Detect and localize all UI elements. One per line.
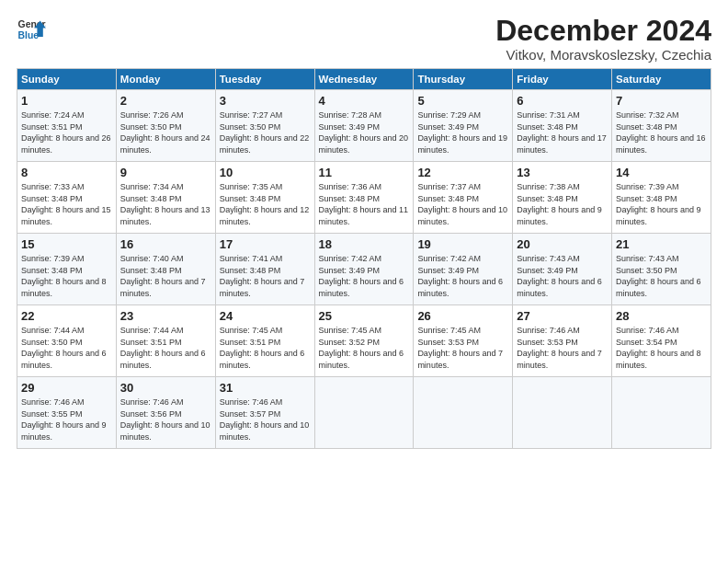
calendar-cell [513,377,612,449]
calendar-cell: 25Sunrise: 7:45 AMSunset: 3:52 PMDayligh… [314,305,414,377]
cell-info: Sunrise: 7:32 AMSunset: 3:48 PMDaylight:… [616,109,707,155]
day-number: 25 [319,309,410,323]
calendar-cell: 17Sunrise: 7:41 AMSunset: 3:48 PMDayligh… [215,234,314,305]
calendar-cell: 14Sunrise: 7:39 AMSunset: 3:48 PMDayligh… [612,162,711,234]
cell-info: Sunrise: 7:35 AMSunset: 3:48 PMDaylight:… [220,181,311,227]
day-number: 30 [120,381,211,395]
day-number: 19 [417,237,508,251]
calendar-cell: 11Sunrise: 7:36 AMSunset: 3:48 PMDayligh… [314,162,414,234]
calendar-cell [314,377,414,449]
cell-info: Sunrise: 7:36 AMSunset: 3:48 PMDaylight:… [319,181,410,227]
day-number: 31 [220,381,311,395]
day-number: 13 [517,166,608,179]
cell-info: Sunrise: 7:39 AMSunset: 3:48 PMDaylight:… [21,253,112,299]
calendar-cell: 9Sunrise: 7:34 AMSunset: 3:48 PMDaylight… [116,162,215,234]
calendar-cell: 5Sunrise: 7:29 AMSunset: 3:49 PMDaylight… [414,90,513,162]
calendar-cell: 21Sunrise: 7:43 AMSunset: 3:50 PMDayligh… [612,234,711,305]
calendar-cell: 4Sunrise: 7:28 AMSunset: 3:49 PMDaylight… [314,90,414,162]
calendar-table: SundayMondayTuesdayWednesdayThursdayFrid… [17,68,711,449]
calendar-cell: 18Sunrise: 7:42 AMSunset: 3:49 PMDayligh… [314,234,414,305]
day-number: 8 [21,166,112,179]
header: General Blue December 2024 Vitkov, Morav… [17,15,711,63]
week-row-5: 29Sunrise: 7:46 AMSunset: 3:55 PMDayligh… [17,377,711,449]
day-number: 16 [120,237,211,251]
calendar-cell: 29Sunrise: 7:46 AMSunset: 3:55 PMDayligh… [17,377,117,449]
calendar-cell: 24Sunrise: 7:45 AMSunset: 3:51 PMDayligh… [215,305,314,377]
day-number: 10 [220,166,311,179]
cell-info: Sunrise: 7:46 AMSunset: 3:57 PMDaylight:… [220,396,311,442]
calendar-cell: 10Sunrise: 7:35 AMSunset: 3:48 PMDayligh… [215,162,314,234]
cell-info: Sunrise: 7:41 AMSunset: 3:48 PMDaylight:… [220,253,311,299]
day-number: 18 [319,237,410,251]
day-number: 7 [616,94,707,108]
page: General Blue December 2024 Vitkov, Morav… [0,0,728,458]
cell-info: Sunrise: 7:45 AMSunset: 3:51 PMDaylight:… [220,325,311,371]
cell-info: Sunrise: 7:34 AMSunset: 3:48 PMDaylight:… [120,181,211,227]
calendar-cell [414,377,513,449]
calendar-header-row: SundayMondayTuesdayWednesdayThursdayFrid… [17,69,711,90]
cell-info: Sunrise: 7:24 AMSunset: 3:51 PMDaylight:… [21,109,112,155]
day-number: 29 [21,381,112,395]
calendar-cell: 6Sunrise: 7:31 AMSunset: 3:48 PMDaylight… [513,90,612,162]
calendar-cell: 12Sunrise: 7:37 AMSunset: 3:48 PMDayligh… [414,162,513,234]
cell-info: Sunrise: 7:28 AMSunset: 3:49 PMDaylight:… [319,109,410,155]
cell-info: Sunrise: 7:46 AMSunset: 3:56 PMDaylight:… [120,396,211,442]
cell-info: Sunrise: 7:43 AMSunset: 3:49 PMDaylight:… [517,253,608,299]
day-number: 4 [319,94,410,108]
day-number: 20 [517,237,608,251]
cell-info: Sunrise: 7:46 AMSunset: 3:55 PMDaylight:… [21,396,112,442]
day-number: 27 [517,309,608,323]
header-day-wednesday: Wednesday [314,69,414,90]
cell-info: Sunrise: 7:45 AMSunset: 3:53 PMDaylight:… [417,325,508,371]
calendar-cell [612,377,711,449]
calendar-cell: 26Sunrise: 7:45 AMSunset: 3:53 PMDayligh… [414,305,513,377]
main-title: December 2024 [495,15,711,47]
calendar-cell: 3Sunrise: 7:27 AMSunset: 3:50 PMDaylight… [215,90,314,162]
day-number: 11 [319,166,410,179]
week-row-2: 8Sunrise: 7:33 AMSunset: 3:48 PMDaylight… [17,162,711,234]
calendar-cell: 27Sunrise: 7:46 AMSunset: 3:53 PMDayligh… [513,305,612,377]
day-number: 17 [220,237,311,251]
day-number: 1 [21,94,112,108]
header-day-friday: Friday [513,69,612,90]
cell-info: Sunrise: 7:42 AMSunset: 3:49 PMDaylight:… [319,253,410,299]
calendar-cell: 22Sunrise: 7:44 AMSunset: 3:50 PMDayligh… [17,305,117,377]
day-number: 9 [120,166,211,179]
logo: General Blue [17,15,46,44]
calendar-cell: 30Sunrise: 7:46 AMSunset: 3:56 PMDayligh… [116,377,215,449]
day-number: 22 [21,309,112,323]
cell-info: Sunrise: 7:44 AMSunset: 3:50 PMDaylight:… [21,325,112,371]
calendar-cell: 31Sunrise: 7:46 AMSunset: 3:57 PMDayligh… [215,377,314,449]
day-number: 24 [220,309,311,323]
header-day-tuesday: Tuesday [215,69,314,90]
cell-info: Sunrise: 7:38 AMSunset: 3:48 PMDaylight:… [517,181,608,227]
logo-icon: General Blue [17,15,46,44]
calendar-cell: 1Sunrise: 7:24 AMSunset: 3:51 PMDaylight… [17,90,117,162]
week-row-1: 1Sunrise: 7:24 AMSunset: 3:51 PMDaylight… [17,90,711,162]
calendar-cell: 13Sunrise: 7:38 AMSunset: 3:48 PMDayligh… [513,162,612,234]
cell-info: Sunrise: 7:33 AMSunset: 3:48 PMDaylight:… [21,181,112,227]
cell-info: Sunrise: 7:27 AMSunset: 3:50 PMDaylight:… [220,109,311,155]
cell-info: Sunrise: 7:45 AMSunset: 3:52 PMDaylight:… [319,325,410,371]
calendar-cell: 19Sunrise: 7:42 AMSunset: 3:49 PMDayligh… [414,234,513,305]
day-number: 2 [120,94,211,108]
header-day-thursday: Thursday [414,69,513,90]
cell-info: Sunrise: 7:37 AMSunset: 3:48 PMDaylight:… [417,181,508,227]
day-number: 12 [417,166,508,179]
calendar-cell: 28Sunrise: 7:46 AMSunset: 3:54 PMDayligh… [612,305,711,377]
cell-info: Sunrise: 7:44 AMSunset: 3:51 PMDaylight:… [120,325,211,371]
calendar-cell: 2Sunrise: 7:26 AMSunset: 3:50 PMDaylight… [116,90,215,162]
day-number: 6 [517,94,608,108]
cell-info: Sunrise: 7:46 AMSunset: 3:54 PMDaylight:… [616,325,707,371]
cell-info: Sunrise: 7:29 AMSunset: 3:49 PMDaylight:… [417,109,508,155]
calendar-cell: 8Sunrise: 7:33 AMSunset: 3:48 PMDaylight… [17,162,117,234]
cell-info: Sunrise: 7:43 AMSunset: 3:50 PMDaylight:… [616,253,707,299]
calendar-cell: 23Sunrise: 7:44 AMSunset: 3:51 PMDayligh… [116,305,215,377]
header-day-monday: Monday [116,69,215,90]
subtitle: Vitkov, Moravskoslezsky, Czechia [495,47,711,63]
calendar-cell: 7Sunrise: 7:32 AMSunset: 3:48 PMDaylight… [612,90,711,162]
svg-text:Blue: Blue [18,30,40,40]
cell-info: Sunrise: 7:26 AMSunset: 3:50 PMDaylight:… [120,109,211,155]
calendar-cell: 16Sunrise: 7:40 AMSunset: 3:48 PMDayligh… [116,234,215,305]
cell-info: Sunrise: 7:42 AMSunset: 3:49 PMDaylight:… [417,253,508,299]
